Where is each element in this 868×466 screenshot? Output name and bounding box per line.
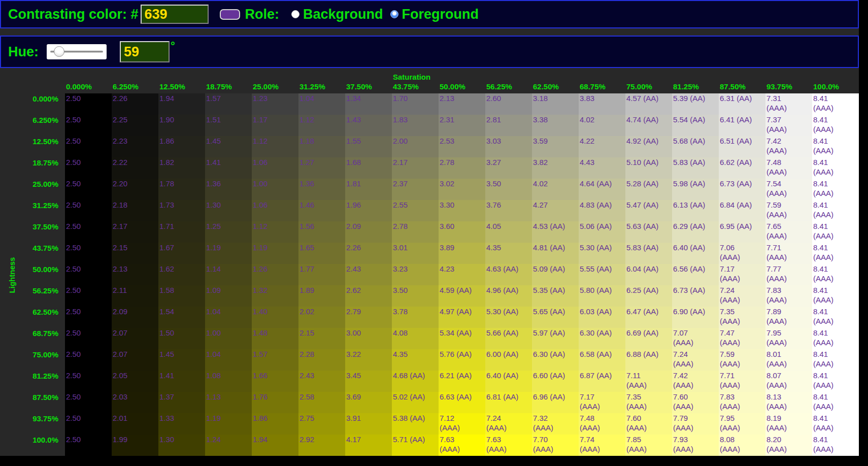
saturation-column-header: 75.00% xyxy=(625,82,672,93)
contrast-cell: 6.47 (AA) xyxy=(625,307,672,328)
contrast-cell: 8.41 (AAA) xyxy=(812,93,859,115)
contrast-cell: 1.19 xyxy=(252,243,298,264)
contrast-cell: 5.98 (AA) xyxy=(672,179,719,200)
contrast-cell: 1.30 xyxy=(205,200,252,221)
contrast-cell: 1.43 xyxy=(345,115,392,136)
contrast-cell: 8.41 (AAA) xyxy=(812,264,859,285)
hue-value-input[interactable] xyxy=(120,41,170,62)
lightness-row-header: 93.75% xyxy=(0,413,65,435)
contrast-cell: 2.17 xyxy=(392,157,439,179)
contrast-cell: 4.35 xyxy=(392,349,439,371)
lightness-row-header: 100.0% xyxy=(0,435,65,456)
contrast-cell: 1.12 xyxy=(298,115,345,136)
contrast-cell: 1.68 xyxy=(345,157,392,179)
contrast-cell: 6.88 (AA) xyxy=(625,349,672,371)
contrast-cell: 7.89 (AAA) xyxy=(765,307,812,328)
hue-slider-thumb[interactable] xyxy=(54,46,64,57)
contrast-cell: 2.13 xyxy=(439,93,485,115)
contrast-cell: 1.41 xyxy=(158,371,205,392)
contrast-cell: 3.50 xyxy=(485,179,532,200)
saturation-column-header: 0.000% xyxy=(65,82,112,93)
contrast-cell: 2.07 xyxy=(112,349,158,371)
contrast-cell: 1.08 xyxy=(205,371,252,392)
contrast-cell: 1.86 xyxy=(252,413,298,435)
contrast-cell: 8.41 (AAA) xyxy=(812,285,859,307)
contrast-cell: 2.09 xyxy=(345,221,392,243)
contrast-cell: 2.13 xyxy=(112,264,158,285)
contrast-cell: 7.35 (AAA) xyxy=(625,392,672,413)
contrast-cell: 5.30 (AA) xyxy=(485,307,532,328)
contrast-cell: 1.76 xyxy=(252,392,298,413)
contrast-cell: 5.71 (AA) xyxy=(392,435,439,456)
saturation-column-header: 68.75% xyxy=(579,82,625,93)
contrast-cell: 8.41 (AAA) xyxy=(812,349,859,371)
contrast-cell: 4.23 xyxy=(439,264,485,285)
contrast-cell: 6.31 (AA) xyxy=(719,93,765,115)
contrast-matrix: 0.000%6.250%12.50%18.75%25.00%31.25%37.5… xyxy=(0,82,859,456)
contrast-cell: 1.04 xyxy=(205,307,252,328)
contrast-cell: 6.62 (AA) xyxy=(719,157,765,179)
contrast-cell: 5.39 (AA) xyxy=(672,93,719,115)
contrast-cell: 2.50 xyxy=(65,221,112,243)
hue-slider[interactable] xyxy=(47,44,107,59)
contrast-cell: 3.23 xyxy=(392,264,439,285)
contrast-cell: 8.41 (AAA) xyxy=(812,392,859,413)
contrast-cell: 6.30 (AA) xyxy=(532,349,579,371)
contrast-cell: 7.74 (AAA) xyxy=(579,435,625,456)
contrast-cell: 5.66 (AA) xyxy=(485,328,532,349)
contrast-cell: 2.62 xyxy=(345,285,392,307)
contrast-cell: 2.07 xyxy=(112,328,158,349)
contrast-cell: 3.82 xyxy=(532,157,579,179)
contrast-cell: 1.12 xyxy=(252,221,298,243)
role-radio-background[interactable]: Background xyxy=(291,7,383,22)
contrast-cell: 7.83 (AAA) xyxy=(765,285,812,307)
lightness-row-header: 18.75% xyxy=(0,157,65,179)
contrast-cell: 3.02 xyxy=(439,179,485,200)
contrast-cell: 3.83 xyxy=(579,93,625,115)
contrast-cell: 7.48 (AAA) xyxy=(579,413,625,435)
saturation-column-header: 25.00% xyxy=(252,82,298,93)
contrast-cell: 2.37 xyxy=(392,179,439,200)
contrast-color-input[interactable] xyxy=(141,5,209,24)
contrast-cell: 1.13 xyxy=(205,392,252,413)
contrast-cell: 2.50 xyxy=(65,136,112,157)
contrast-cell: 1.56 xyxy=(298,221,345,243)
contrast-cell: 8.41 (AAA) xyxy=(812,115,859,136)
contrast-cell: 4.02 xyxy=(532,179,579,200)
contrast-cell: 1.58 xyxy=(158,285,205,307)
contrast-cell: 4.96 (AA) xyxy=(485,285,532,307)
role-radio-foreground[interactable]: Foreground xyxy=(390,7,479,22)
contrast-cell: 2.11 xyxy=(112,285,158,307)
contrast-cell: 6.69 (AA) xyxy=(625,328,672,349)
radio-icon[interactable] xyxy=(291,10,299,18)
contrast-cell: 4.02 xyxy=(579,115,625,136)
contrast-cell: 1.73 xyxy=(158,200,205,221)
contrast-cell: 5.83 (AA) xyxy=(625,243,672,264)
contrast-cell: 4.53 (AA) xyxy=(532,221,579,243)
contrast-cell: 1.55 xyxy=(345,136,392,157)
contrast-cell: 8.41 (AAA) xyxy=(812,328,859,349)
contrast-cell: 6.58 (AA) xyxy=(579,349,625,371)
contrast-cell: 3.91 xyxy=(345,413,392,435)
contrast-cell: 7.06 (AAA) xyxy=(719,243,765,264)
contrast-cell: 2.31 xyxy=(439,115,485,136)
contrast-cell: 5.65 (AA) xyxy=(532,307,579,328)
lightness-row-header: 25.00% xyxy=(0,179,65,200)
contrast-cell: 8.01 (AAA) xyxy=(765,349,812,371)
contrast-cell: 2.43 xyxy=(345,264,392,285)
contrast-cell: 4.57 (AA) xyxy=(625,93,672,115)
lightness-row-header: 0.000% xyxy=(0,93,65,115)
contrast-cell: 6.25 (AA) xyxy=(625,285,672,307)
contrast-cell: 6.63 (AA) xyxy=(439,392,485,413)
contrast-cell: 8.19 (AAA) xyxy=(765,413,812,435)
contrast-cell: 8.08 (AAA) xyxy=(719,435,765,456)
contrast-cell: 8.41 (AAA) xyxy=(812,136,859,157)
contrast-cell: 4.22 xyxy=(579,136,625,157)
contrast-cell: 2.50 xyxy=(65,157,112,179)
contrast-cell: 1.46 xyxy=(298,200,345,221)
contrast-cell: 8.20 (AAA) xyxy=(765,435,812,456)
radio-icon[interactable] xyxy=(390,10,398,18)
lightness-row-header: 62.50% xyxy=(0,307,65,328)
contrast-cell: 2.18 xyxy=(112,200,158,221)
contrast-cell: 1.48 xyxy=(252,328,298,349)
